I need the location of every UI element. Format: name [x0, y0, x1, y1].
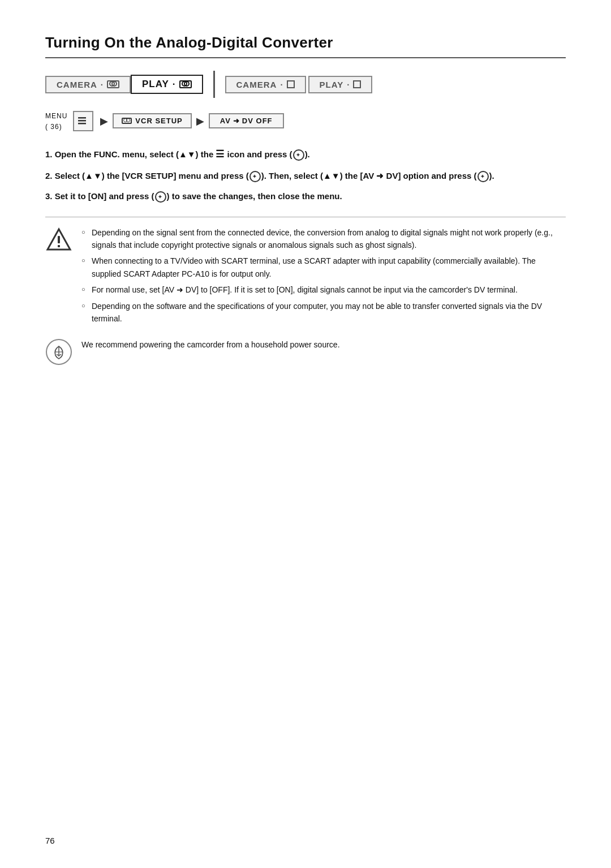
svg-rect-5	[58, 245, 60, 247]
step-2-text: Select (▲▼) the [VCR SETUP] menu and pre…	[55, 171, 494, 181]
dv-off-label: DV OFF	[242, 117, 273, 125]
mode-bar: CAMERA · PLAY · CAMERA · PLAY ·	[45, 71, 566, 98]
warning-item-4: Depending on the software and the specif…	[81, 300, 566, 325]
av-dv-box: AV ➜ DV OFF	[209, 113, 284, 128]
svg-rect-1	[78, 120, 86, 122]
menu-list-sym: ☰	[216, 149, 225, 160]
step-2-num: 2.	[45, 171, 53, 181]
warning-item-1: Depending on the signal sent from the co…	[81, 226, 566, 252]
dot-separator2: ·	[173, 79, 176, 90]
svg-rect-2	[78, 123, 86, 124]
tip-icon	[45, 338, 72, 366]
tape-icon-menu	[122, 118, 132, 124]
menu-list-icon	[73, 111, 93, 131]
vcr-setup-label: VCR SETUP	[135, 117, 182, 125]
warning-text: Depending on the signal sent from the co…	[81, 226, 566, 329]
list-icon-svg	[77, 115, 89, 127]
steps-list: 1. Open the FUNC. menu, select (▲▼) the …	[45, 147, 566, 203]
vcr-setup-box: VCR SETUP	[113, 113, 191, 128]
step-3: 3. Set it to [ON] and press () to save t…	[45, 190, 566, 203]
svg-rect-4	[58, 236, 60, 243]
press-icon-2	[249, 171, 261, 182]
card-icon-2	[353, 80, 361, 88]
tip-text: We recommend powering the camcorder from…	[81, 338, 340, 351]
card-icon-1	[287, 80, 295, 88]
dot-separator: ·	[101, 80, 104, 89]
warning-item-3: For normal use, set [AV ➜ DV] to [OFF]. …	[81, 283, 566, 296]
tip-icon-circle	[46, 339, 72, 365]
arrow-right-1: ▶	[100, 115, 108, 127]
tip-notice: We recommend powering the camcorder from…	[45, 338, 566, 366]
play-card-label: PLAY	[320, 80, 344, 89]
menu-label: MENU ( 36)	[45, 110, 67, 131]
warning-list: Depending on the signal sent from the co…	[81, 226, 566, 325]
step-1-text: Open the FUNC. menu, select (▲▼) the ☰ i…	[55, 149, 310, 159]
warning-triangle-svg	[46, 227, 72, 253]
camera-tape-label: CAMERA	[57, 80, 97, 89]
menu-row: MENU ( 36) ▶ VCR SETUP ▶ AV ➜ DV OFF	[45, 110, 566, 131]
step-1-num: 1.	[45, 149, 53, 159]
step-3-text: Set it to [ON] and press () to save the …	[55, 191, 342, 201]
play-tape-label: PLAY	[142, 79, 169, 90]
svg-rect-0	[78, 117, 86, 119]
tape-icon-2	[179, 80, 192, 88]
step-3-num: 3.	[45, 191, 53, 201]
tape-icon-1	[107, 80, 119, 88]
page-title: Turning On the Analog-Digital Converter	[45, 34, 566, 58]
page-number: 76	[45, 836, 55, 845]
notices-section: Depending on the signal sent from the co…	[45, 217, 566, 366]
dot-separator3: ·	[280, 80, 283, 89]
warning-notice: Depending on the signal sent from the co…	[45, 226, 566, 329]
camera-card-mode: CAMERA ·	[225, 76, 306, 93]
play-tape-mode: PLAY ·	[131, 75, 203, 94]
av-arrow: ➜	[233, 117, 240, 125]
dot-separator4: ·	[347, 80, 350, 89]
step-1: 1. Open the FUNC. menu, select (▲▼) the …	[45, 147, 566, 162]
mode-divider	[213, 71, 215, 98]
press-icon-4	[155, 191, 166, 203]
arrow-right-2: ▶	[196, 115, 204, 127]
press-icon-1	[293, 149, 304, 161]
press-icon-3	[477, 171, 489, 182]
camera-card-label: CAMERA	[236, 80, 277, 89]
step-2: 2. Select (▲▼) the [VCR SETUP] menu and …	[45, 170, 566, 183]
play-card-mode: PLAY ·	[308, 76, 373, 93]
camera-tape-mode: CAMERA ·	[45, 76, 131, 93]
av-label: AV	[220, 117, 231, 125]
warning-item-2: When connecting to a TV/Video with SCART…	[81, 255, 566, 280]
pen-icon-svg	[51, 344, 67, 360]
menu-ref: ( 36)	[45, 123, 62, 131]
warning-icon	[45, 226, 72, 253]
